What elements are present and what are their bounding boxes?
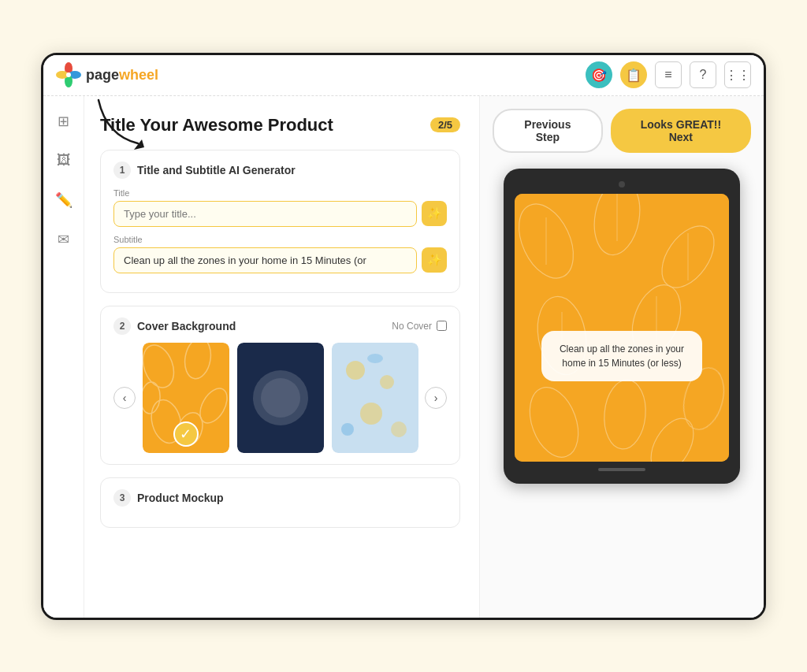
sidebar-grid-icon[interactable]: ⊞ — [51, 109, 76, 134]
no-cover-label: No Cover — [392, 321, 447, 332]
subtitle-input-row: ✨ — [113, 247, 447, 273]
sidebar-edit-icon[interactable]: ✏️ — [51, 187, 76, 213]
section1-number: 1 — [113, 162, 131, 179]
svg-rect-18 — [515, 194, 729, 462]
section-cover-background: 2 Cover Background No Cover ‹ — [100, 306, 460, 465]
panel-header: Title Your Awesome Product 2/5 — [100, 115, 460, 136]
tablet-screen: Clean up all the zones in your home in 1… — [515, 194, 729, 462]
nav-icons: 🎯 📋 ≡ ? ⋮⋮ — [586, 61, 751, 88]
left-panel: Title Your Awesome Product 2/5 1 Title a… — [84, 96, 480, 618]
next-step-button[interactable]: Looks GREAT!! Next — [611, 109, 751, 153]
cover-dark-bg — [237, 343, 324, 453]
section1-title: Title and Subtitle AI Generator — [137, 164, 296, 176]
section3-title: Product Mockup — [137, 492, 224, 504]
cover-thumb-1[interactable]: ✓ — [143, 343, 229, 453]
title-input-row: ✨ — [113, 201, 447, 227]
prev-step-button[interactable]: Previous Step — [493, 109, 603, 153]
logo-text: pagewheel — [86, 67, 158, 84]
section2-title: Cover Background — [137, 320, 236, 332]
sidebar: ⊞ 🖼 ✏️ ✉ — [43, 96, 84, 618]
svg-point-12 — [346, 361, 365, 380]
step-badge: 2/5 — [430, 117, 460, 132]
title-ai-button[interactable]: ✨ — [422, 201, 447, 226]
svg-point-7 — [181, 343, 214, 381]
subtitle-ai-button[interactable]: ✨ — [422, 247, 447, 273]
section-title-generator: 1 Title and Subtitle AI Generator Title … — [100, 150, 460, 293]
tablet-subtitle-box: Clean up all the zones in your home in 1… — [541, 331, 702, 381]
tablet-camera — [619, 181, 625, 187]
svg-point-6 — [143, 343, 179, 392]
tablet-home-bar — [598, 468, 645, 471]
section1-header: 1 Title and Subtitle AI Generator — [113, 162, 447, 179]
section2-header: 2 Cover Background No Cover — [113, 317, 447, 335]
section-product-mockup: 3 Product Mockup — [100, 477, 460, 528]
cover-thumbnails: ✓ — [136, 343, 425, 453]
subtitle-label: Subtitle — [113, 235, 447, 244]
panel-title: Title Your Awesome Product — [100, 115, 333, 136]
cover-carousel: ‹ — [113, 343, 447, 453]
nav-target-icon[interactable]: 🎯 — [586, 61, 612, 88]
action-buttons: Previous Step Looks GREAT!! Next — [493, 109, 751, 153]
section2-number: 2 — [113, 317, 131, 335]
cover-thumb-3[interactable] — [332, 343, 418, 453]
carousel-prev-arrow[interactable]: ‹ — [113, 387, 136, 409]
section2-title-area: 2 Cover Background — [113, 317, 236, 335]
section3-header: 3 Product Mockup — [113, 489, 447, 507]
main-content: ⊞ 🖼 ✏️ ✉ Title Your Awesome Product 2/5 … — [43, 96, 764, 618]
cover-thumb-2[interactable] — [237, 343, 324, 453]
carousel-next-arrow[interactable]: › — [425, 387, 447, 409]
logo-area: pagewheel — [56, 62, 586, 87]
svg-point-14 — [360, 403, 382, 425]
logo-icon — [56, 62, 81, 87]
app-window: pagewheel 🎯 📋 ≡ ? ⋮⋮ ⊞ 🖼 ✏️ ✉ Title Your… — [41, 53, 766, 620]
subtitle-input[interactable] — [113, 247, 417, 273]
svg-point-8 — [194, 384, 229, 428]
svg-point-17 — [367, 354, 383, 363]
tablet-mockup: Clean up all the zones in your home in 1… — [504, 169, 740, 484]
svg-point-15 — [391, 421, 407, 437]
svg-point-16 — [341, 423, 354, 436]
sidebar-image-icon[interactable]: 🖼 — [51, 148, 76, 173]
sidebar-mail-icon[interactable]: ✉ — [51, 227, 76, 252]
tablet-subtitle-text: Clean up all the zones in your home in 1… — [560, 343, 684, 369]
nav-menu-icon[interactable]: ≡ — [655, 61, 682, 88]
right-panel: Previous Step Looks GREAT!! Next — [480, 96, 764, 618]
nav-clipboard-icon[interactable]: 📋 — [620, 61, 647, 88]
cover-selected-checkmark: ✓ — [173, 421, 199, 447]
top-nav: pagewheel 🎯 📋 ≡ ? ⋮⋮ — [43, 55, 764, 96]
title-input[interactable] — [113, 201, 417, 227]
nav-help-icon[interactable]: ? — [690, 61, 716, 88]
section3-number: 3 — [113, 489, 131, 507]
svg-point-13 — [380, 375, 394, 389]
no-cover-checkbox[interactable] — [437, 321, 447, 331]
cover-light-bg — [332, 343, 418, 453]
svg-point-4 — [66, 72, 71, 77]
title-label: Title — [113, 188, 447, 198]
nav-grid-icon[interactable]: ⋮⋮ — [724, 61, 751, 88]
